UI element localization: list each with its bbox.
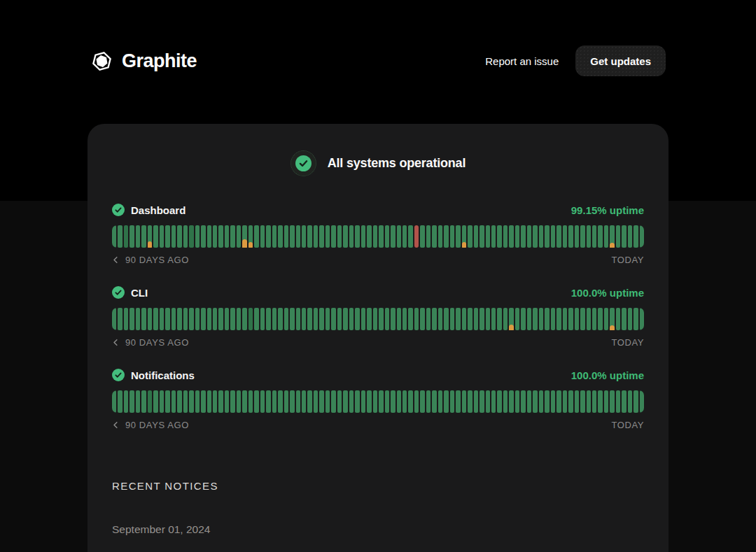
uptime-bar[interactable] [367, 308, 371, 330]
uptime-bar[interactable] [509, 390, 513, 413]
uptime-bar[interactable] [474, 390, 478, 413]
uptime-bar[interactable] [462, 390, 466, 413]
uptime-bar[interactable] [373, 308, 377, 330]
uptime-bar[interactable] [296, 225, 300, 248]
uptime-bar[interactable] [598, 390, 602, 413]
uptime-bar[interactable] [397, 225, 401, 248]
uptime-bar[interactable] [587, 225, 591, 248]
uptime-bar[interactable] [213, 308, 217, 330]
uptime-bar[interactable] [486, 390, 490, 413]
uptime-bar[interactable] [385, 308, 389, 330]
uptime-bar[interactable] [260, 225, 265, 248]
uptime-bar[interactable] [272, 390, 276, 413]
uptime-bar[interactable] [575, 390, 579, 413]
uptime-bar[interactable] [456, 225, 460, 248]
uptime-bar[interactable] [124, 308, 128, 330]
uptime-bar[interactable] [355, 390, 359, 413]
uptime-bar[interactable] [497, 225, 501, 248]
uptime-bar[interactable] [153, 390, 158, 413]
uptime-bar[interactable] [592, 390, 596, 413]
uptime-bar[interactable] [628, 390, 632, 413]
uptime-bar[interactable] [314, 390, 318, 413]
uptime-bar[interactable] [568, 390, 573, 413]
uptime-bar[interactable] [391, 308, 395, 330]
uptime-bar[interactable] [450, 390, 454, 413]
uptime-bar[interactable] [640, 308, 644, 330]
uptime-bar[interactable] [218, 308, 223, 330]
uptime-bar[interactable] [242, 225, 246, 248]
uptime-bar[interactable] [414, 390, 419, 413]
uptime-bar[interactable] [515, 390, 519, 413]
uptime-bar[interactable] [189, 308, 193, 330]
uptime-bar[interactable] [112, 225, 116, 248]
uptime-bar[interactable] [307, 308, 312, 330]
uptime-bar[interactable] [355, 308, 359, 330]
uptime-bar[interactable] [195, 225, 200, 248]
uptime-bar[interactable] [272, 308, 276, 330]
uptime-bar[interactable] [640, 390, 644, 413]
uptime-bar[interactable] [551, 225, 555, 248]
uptime-bar[interactable] [207, 225, 211, 248]
uptime-bar[interactable] [153, 225, 158, 248]
uptime-bar[interactable] [177, 390, 181, 413]
uptime-bar[interactable] [432, 225, 436, 248]
uptime-bar[interactable] [420, 308, 424, 330]
uptime-bar[interactable] [539, 225, 543, 248]
uptime-bar[interactable] [373, 390, 377, 413]
uptime-bar[interactable] [408, 308, 412, 330]
uptime-bar[interactable] [391, 390, 395, 413]
uptime-bar[interactable] [551, 308, 555, 330]
uptime-bar[interactable] [640, 225, 644, 248]
uptime-bar[interactable] [373, 225, 377, 248]
uptime-bar[interactable] [497, 390, 501, 413]
uptime-bar[interactable] [604, 390, 608, 413]
uptime-bar[interactable] [509, 308, 513, 330]
uptime-bar[interactable] [183, 225, 188, 248]
uptime-bar[interactable] [563, 308, 567, 330]
uptime-bar[interactable] [248, 390, 253, 413]
uptime-bar[interactable] [165, 225, 169, 248]
uptime-bar[interactable] [438, 390, 442, 413]
uptime-bar[interactable] [563, 225, 567, 248]
uptime-bar[interactable] [349, 308, 354, 330]
uptime-bar[interactable] [580, 225, 584, 248]
uptime-bar[interactable] [355, 225, 359, 248]
uptime-bar[interactable] [479, 225, 484, 248]
uptime-bar[interactable] [385, 390, 389, 413]
uptime-bar[interactable] [503, 390, 507, 413]
uptime-bar[interactable] [385, 225, 389, 248]
uptime-bar[interactable] [491, 390, 496, 413]
uptime-bar[interactable] [237, 308, 241, 330]
uptime-bar[interactable] [290, 390, 294, 413]
uptime-bar[interactable] [148, 225, 152, 248]
uptime-bar[interactable] [218, 390, 223, 413]
uptime-bar[interactable] [141, 225, 146, 248]
uptime-bar[interactable] [426, 308, 430, 330]
uptime-bar[interactable] [432, 308, 436, 330]
uptime-bar[interactable] [468, 308, 472, 330]
uptime-bar[interactable] [426, 225, 430, 248]
uptime-bar[interactable] [189, 225, 193, 248]
uptime-bar[interactable] [290, 308, 294, 330]
uptime-bar[interactable] [397, 308, 401, 330]
uptime-bar[interactable] [230, 308, 234, 330]
uptime-bar[interactable] [426, 390, 430, 413]
uptime-bar[interactable] [391, 225, 395, 248]
uptime-bar[interactable] [183, 308, 188, 330]
uptime-bar[interactable] [444, 390, 448, 413]
uptime-bar[interactable] [420, 390, 424, 413]
uptime-bar[interactable] [575, 308, 579, 330]
uptime-bar[interactable] [533, 308, 537, 330]
uptime-bar[interactable] [237, 225, 241, 248]
uptime-bar[interactable] [254, 308, 258, 330]
uptime-bar[interactable] [634, 225, 638, 248]
uptime-bar[interactable] [314, 225, 318, 248]
uptime-bar[interactable] [533, 390, 537, 413]
uptime-bar[interactable] [230, 390, 234, 413]
uptime-bar[interactable] [248, 308, 253, 330]
uptime-bar[interactable] [266, 308, 270, 330]
report-issue-link[interactable]: Report an issue [485, 55, 559, 67]
uptime-bar[interactable] [112, 390, 116, 413]
uptime-bar[interactable] [254, 225, 258, 248]
uptime-bar[interactable] [533, 225, 537, 248]
